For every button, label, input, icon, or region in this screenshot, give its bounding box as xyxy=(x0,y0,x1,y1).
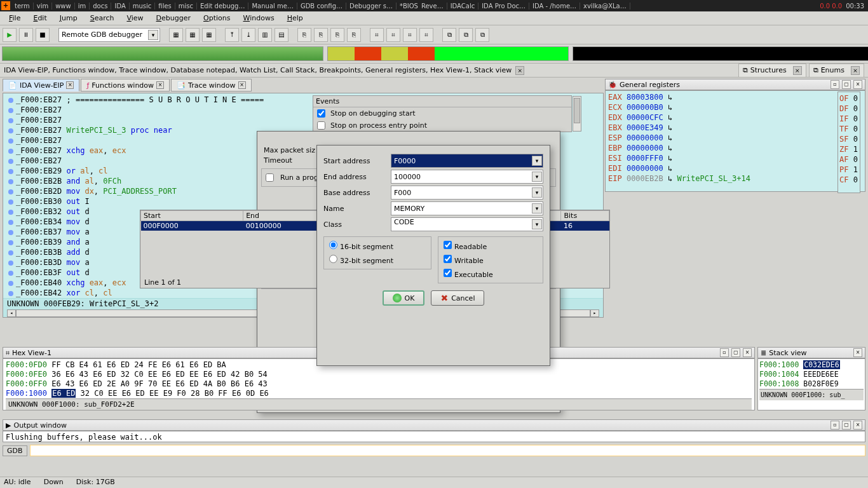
register-row[interactable]: ECX 000000B0 ↳ xyxy=(608,102,862,112)
close-icon[interactable]: × xyxy=(853,348,862,357)
nav-segment[interactable] xyxy=(327,46,569,61)
radio-16bit[interactable] xyxy=(329,241,337,249)
close-icon[interactable]: × xyxy=(853,421,862,430)
register-row[interactable]: EBX 0000E349 ↳ xyxy=(608,123,862,133)
taskbar-app[interactable]: IDA - /home… xyxy=(529,3,580,10)
register-row[interactable]: EDX 00000CFC ↳ xyxy=(608,112,862,123)
tool-icon[interactable]: ⌗ xyxy=(386,28,400,42)
tab-functions[interactable]: ƒFunctions window× xyxy=(81,79,170,92)
nav-segment[interactable] xyxy=(573,46,868,61)
menu-search[interactable]: Search xyxy=(84,13,121,24)
tool-icon[interactable]: ▥ xyxy=(258,28,272,42)
tool-icon[interactable]: ⤓ xyxy=(241,28,255,42)
taskbar-app[interactable]: Manual me… xyxy=(248,3,297,10)
hex-row[interactable]: F000:0FE0 36 E6 43 E6 ED 32 C0 EE E6 ED … xyxy=(6,370,752,379)
close-icon[interactable]: × xyxy=(853,80,862,89)
close-icon[interactable]: × xyxy=(743,348,752,357)
tool-icon[interactable]: ▦ xyxy=(186,28,200,42)
max-icon[interactable]: ▢ xyxy=(731,348,740,357)
tool-icon[interactable]: ⎘ xyxy=(297,28,311,42)
close-icon[interactable]: × xyxy=(66,81,74,89)
gdb-command-input[interactable] xyxy=(30,445,865,456)
register-row[interactable]: EAX 80003800 ↳ xyxy=(608,92,862,102)
taskbar-app[interactable]: im xyxy=(75,3,90,10)
document-tabstrip[interactable]: IDA View-EIP, Functions window, Trace wi… xyxy=(0,64,868,78)
taskbar-app[interactable]: docs xyxy=(90,3,111,10)
tool-icon[interactable]: ▦ xyxy=(169,28,183,42)
menubar[interactable]: FileEditJumpSearchViewDebuggerOptionsWin… xyxy=(0,11,868,25)
class-select[interactable]: CODE xyxy=(391,217,543,231)
dropdown-icon[interactable]: ▾ xyxy=(532,156,542,166)
start-button[interactable]: + xyxy=(1,1,10,10)
taskbar-app[interactable]: vim xyxy=(34,3,52,10)
close-tab-icon[interactable]: × xyxy=(851,66,860,75)
close-icon[interactable]: × xyxy=(156,81,164,89)
chk-readable[interactable] xyxy=(444,241,452,249)
stack-row[interactable]: F000:1004 EEEDE6EE xyxy=(759,370,864,379)
column-header[interactable]: Start xyxy=(141,211,243,221)
taskbar-app[interactable]: IDA Pro Doc… xyxy=(478,3,529,10)
close-icon[interactable]: × xyxy=(238,81,246,89)
tool-icon[interactable]: ⎘ xyxy=(330,28,344,42)
tool-icon[interactable]: ⧉ xyxy=(442,28,456,42)
taskbar-app[interactable]: term xyxy=(11,3,34,10)
close-tab-icon[interactable]: × xyxy=(515,66,524,75)
hex-row[interactable]: F000:0FF0 E6 43 E6 ED 2E A0 9F 70 EE E6 … xyxy=(6,379,752,389)
hex-row[interactable]: F000:1000 E6 ED 32 C0 EE E6 ED EE E9 F0 … xyxy=(6,389,752,398)
tab-trace[interactable]: 📑Trace window× xyxy=(171,79,251,92)
register-row[interactable]: EDI 00000000 ↳ xyxy=(608,163,862,173)
taskbar-app[interactable]: files xyxy=(155,3,175,10)
max-icon[interactable]: ▢ xyxy=(842,80,851,89)
column-header[interactable]: Bits xyxy=(561,211,609,221)
register-row[interactable]: ESI 0000FFF0 ↳ xyxy=(608,153,862,163)
dropdown-icon[interactable]: ▾ xyxy=(532,203,542,214)
max-icon[interactable]: ▢ xyxy=(842,421,851,430)
tool-icon[interactable]: ⧉ xyxy=(475,28,489,42)
scroll-right-icon[interactable]: ▸ xyxy=(590,309,599,317)
tool-icon[interactable]: ▦ xyxy=(202,28,216,42)
menu-edit[interactable]: Edit xyxy=(27,13,53,24)
menu-file[interactable]: File xyxy=(3,13,27,24)
end-address-field[interactable] xyxy=(391,170,543,184)
scrollbar[interactable] xyxy=(573,96,581,132)
scroll-left-icon[interactable]: ◂ xyxy=(7,309,16,317)
dropdown-icon[interactable]: ▾ xyxy=(148,30,158,40)
dropdown-icon[interactable]: ▾ xyxy=(532,187,542,198)
taskbar-app[interactable]: IDACalc xyxy=(447,3,479,10)
close-tab-icon[interactable]: × xyxy=(793,66,802,75)
taskbar-app[interactable]: www xyxy=(52,3,75,10)
chk-writable[interactable] xyxy=(444,255,452,263)
menu-options[interactable]: Options xyxy=(197,13,236,24)
restore-icon[interactable]: ▫ xyxy=(831,80,839,89)
menu-help[interactable]: Help xyxy=(281,13,309,24)
menu-debugger[interactable]: Debugger xyxy=(150,13,197,24)
taskbar-app[interactable]: Edit debugg… xyxy=(197,3,248,10)
tab-ida-view[interactable]: 📄IDA View-EIP× xyxy=(3,79,79,92)
radio-32bit[interactable] xyxy=(329,255,337,263)
restore-icon[interactable]: ▫ xyxy=(720,348,729,357)
taskbar-app[interactable]: GDB config… xyxy=(297,3,346,10)
dropdown-icon[interactable]: ▾ xyxy=(532,172,542,182)
taskbar-app[interactable]: xvilka@XLa… xyxy=(580,3,630,10)
start-address-field[interactable] xyxy=(391,154,543,168)
taskbar-app[interactable]: music xyxy=(130,3,156,10)
menu-windows[interactable]: Windows xyxy=(237,13,281,24)
chk-stop-debugging-start[interactable] xyxy=(317,109,325,118)
tool-icon[interactable]: ⎘ xyxy=(314,28,328,42)
segment-name-field[interactable] xyxy=(391,201,543,215)
chk-run-a-program[interactable] xyxy=(266,173,274,182)
stack-row[interactable]: F000:1000 C032EDE6 xyxy=(759,360,864,370)
register-row[interactable]: EBP 00000000 ↳ xyxy=(608,143,862,153)
tool-icon[interactable]: ⤒ xyxy=(225,28,239,42)
dropdown-icon[interactable]: ▾ xyxy=(532,219,542,229)
menu-jump[interactable]: Jump xyxy=(53,13,84,24)
pause-button[interactable]: ⏸ xyxy=(19,28,33,42)
run-button[interactable]: ▶ xyxy=(3,28,17,42)
desktop-taskbar[interactable]: + termvimwwwimdocsIDAmusicfilesmiscEdit … xyxy=(0,0,868,11)
taskbar-app[interactable]: IDA xyxy=(111,3,129,10)
tool-icon[interactable]: ▤ xyxy=(275,28,288,42)
menu-view[interactable]: View xyxy=(120,13,149,24)
stop-button[interactable]: ■ xyxy=(36,28,50,42)
tool-icon[interactable]: ⌗ xyxy=(403,28,417,42)
tool-icon[interactable]: ⌗ xyxy=(419,28,433,42)
